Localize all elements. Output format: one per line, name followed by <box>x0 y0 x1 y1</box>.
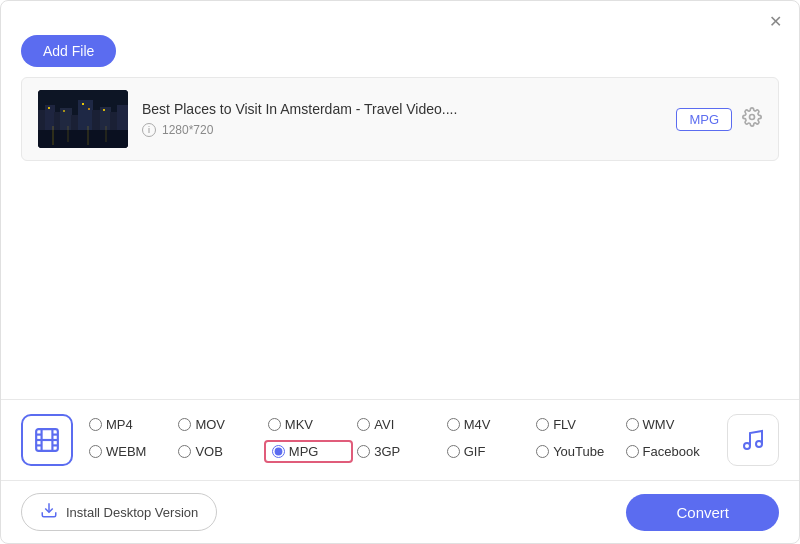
file-thumbnail <box>38 90 128 148</box>
music-icon <box>741 428 765 452</box>
format-badge-button[interactable]: MPG <box>676 108 732 131</box>
svg-rect-16 <box>103 109 105 111</box>
format-facebook-label: Facebook <box>643 444 700 459</box>
toolbar: Add File <box>1 31 799 77</box>
format-mpg[interactable]: MPG <box>264 440 353 463</box>
format-m4v-label: M4V <box>464 417 491 432</box>
audio-format-tab[interactable] <box>727 414 779 466</box>
format-webm[interactable]: WEBM <box>89 444 174 459</box>
add-file-button[interactable]: Add File <box>21 35 116 67</box>
format-panel: MP4 MOV MKV AVI M4V FLV <box>1 399 799 480</box>
download-icon <box>40 501 58 523</box>
file-info: Best Places to Visit In Amsterdam - Trav… <box>142 101 662 137</box>
format-youtube[interactable]: YouTube <box>536 444 621 459</box>
svg-point-31 <box>756 441 762 447</box>
format-mov[interactable]: MOV <box>178 417 263 432</box>
svg-rect-12 <box>48 107 50 109</box>
format-3gp-label: 3GP <box>374 444 400 459</box>
format-vob[interactable]: VOB <box>178 444 263 459</box>
format-mp4[interactable]: MP4 <box>89 417 174 432</box>
format-mkv[interactable]: MKV <box>268 417 353 432</box>
format-m4v[interactable]: M4V <box>447 417 532 432</box>
close-button[interactable]: ✕ <box>765 11 785 31</box>
format-youtube-label: YouTube <box>553 444 604 459</box>
format-avi[interactable]: AVI <box>357 417 442 432</box>
format-flv[interactable]: FLV <box>536 417 621 432</box>
svg-rect-5 <box>60 108 72 130</box>
format-wmv-label: WMV <box>643 417 675 432</box>
title-bar: ✕ <box>1 1 799 31</box>
format-mpg-label: MPG <box>289 444 319 459</box>
svg-rect-7 <box>78 100 93 130</box>
format-flv-label: FLV <box>553 417 576 432</box>
settings-icon[interactable] <box>742 107 762 132</box>
format-3gp[interactable]: 3GP <box>357 444 442 459</box>
svg-rect-10 <box>110 112 118 130</box>
svg-rect-14 <box>82 103 84 105</box>
main-window: ✕ Add File <box>0 0 800 544</box>
format-grid: MP4 MOV MKV AVI M4V FLV <box>89 417 711 463</box>
install-label: Install Desktop Version <box>66 505 198 520</box>
film-icon <box>34 427 60 453</box>
bottom-bar: Install Desktop Version Convert <box>1 480 799 543</box>
format-gif-label: GIF <box>464 444 486 459</box>
video-format-tab[interactable] <box>21 414 73 466</box>
format-mkv-label: MKV <box>285 417 313 432</box>
svg-rect-2 <box>38 110 46 130</box>
format-gif[interactable]: GIF <box>447 444 532 459</box>
format-webm-label: WEBM <box>106 444 146 459</box>
svg-rect-11 <box>117 105 128 130</box>
svg-rect-6 <box>71 115 79 130</box>
convert-button[interactable]: Convert <box>626 494 779 531</box>
install-button[interactable]: Install Desktop Version <box>21 493 217 531</box>
info-icon: i <box>142 123 156 137</box>
file-list: Best Places to Visit In Amsterdam - Trav… <box>21 77 779 161</box>
file-title: Best Places to Visit In Amsterdam - Trav… <box>142 101 662 117</box>
format-mov-label: MOV <box>195 417 225 432</box>
content-area <box>1 161 799 399</box>
svg-point-21 <box>750 114 755 119</box>
format-wmv[interactable]: WMV <box>626 417 711 432</box>
file-resolution: 1280*720 <box>162 123 213 137</box>
format-mp4-label: MP4 <box>106 417 133 432</box>
format-avi-label: AVI <box>374 417 394 432</box>
svg-rect-4 <box>54 112 61 130</box>
format-vob-label: VOB <box>195 444 222 459</box>
svg-rect-8 <box>92 110 101 130</box>
file-actions: MPG <box>676 107 762 132</box>
file-meta: i 1280*720 <box>142 123 662 137</box>
format-facebook[interactable]: Facebook <box>626 444 711 459</box>
svg-point-30 <box>744 443 750 449</box>
svg-rect-13 <box>63 110 65 112</box>
svg-rect-15 <box>88 108 90 110</box>
file-item: Best Places to Visit In Amsterdam - Trav… <box>22 78 778 160</box>
